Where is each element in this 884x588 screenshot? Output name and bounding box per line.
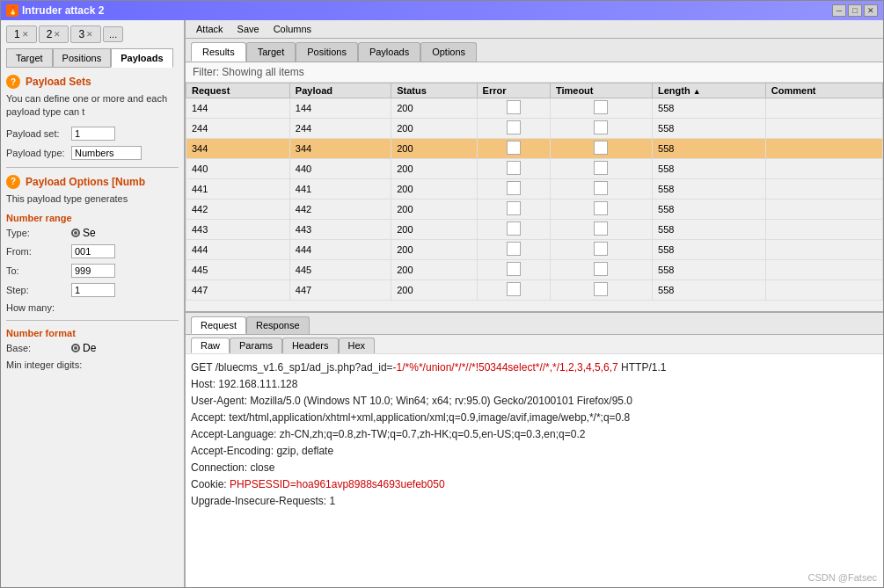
checkbox-timeout-row-9[interactable] xyxy=(594,282,608,296)
checkbox-error-row-8[interactable] xyxy=(507,262,521,276)
base-radio-dot[interactable] xyxy=(71,344,80,352)
cell-timeout-row-4[interactable] xyxy=(550,179,652,200)
close-tab-2-icon[interactable]: ✕ xyxy=(54,30,61,39)
checkbox-error-row-2[interactable] xyxy=(507,141,521,155)
col-length[interactable]: Length ▲ xyxy=(653,83,766,98)
payload-set-input[interactable] xyxy=(71,127,115,141)
minimize-button[interactable]: ─ xyxy=(832,4,846,17)
cell-error-row-5[interactable] xyxy=(477,200,550,220)
cell-timeout-row-7[interactable] xyxy=(550,240,652,260)
cell-error-row-2[interactable] xyxy=(477,139,550,159)
maximize-button[interactable]: □ xyxy=(848,4,862,17)
tab-results[interactable]: Results xyxy=(191,42,246,62)
menu-save[interactable]: Save xyxy=(230,22,267,36)
format-hex[interactable]: Hex xyxy=(339,338,376,353)
payload-options-help-icon[interactable]: ? xyxy=(6,175,20,189)
col-status[interactable]: Status xyxy=(391,83,477,98)
table-row[interactable]: 344344200558 xyxy=(186,139,883,159)
cell-timeout-row-9[interactable] xyxy=(550,280,652,301)
cell-0-row-1: 244 xyxy=(186,119,290,139)
cell-timeout-row-6[interactable] xyxy=(550,220,652,240)
table-row[interactable]: 445445200558 xyxy=(186,260,883,280)
checkbox-timeout-row-1[interactable] xyxy=(594,120,608,134)
tab-target-inner[interactable]: Target xyxy=(246,42,296,62)
close-tab-1-icon[interactable]: ✕ xyxy=(22,30,29,39)
checkbox-timeout-row-6[interactable] xyxy=(594,221,608,236)
checkbox-error-row-6[interactable] xyxy=(507,221,521,236)
close-tab-3-icon[interactable]: ✕ xyxy=(86,30,93,39)
tab-payloads-inner[interactable]: Payloads xyxy=(358,42,420,62)
table-row[interactable]: 442442200558 xyxy=(186,200,883,220)
checkbox-error-row-3[interactable] xyxy=(507,161,521,175)
sort-arrow-icon: ▲ xyxy=(693,87,701,96)
col-comment[interactable]: Comment xyxy=(765,83,882,98)
cell-timeout-row-2[interactable] xyxy=(550,139,652,159)
cell-timeout-row-8[interactable] xyxy=(550,260,652,280)
cell-timeout-row-0[interactable] xyxy=(550,98,652,119)
filter-text: Filter: Showing all items xyxy=(193,66,304,78)
table-row[interactable]: 444444200558 xyxy=(186,240,883,260)
instance-tab-1[interactable]: 1 ✕ xyxy=(6,25,37,43)
checkbox-error-row-7[interactable] xyxy=(507,242,521,256)
close-button[interactable]: ✕ xyxy=(864,4,878,17)
checkbox-timeout-row-2[interactable] xyxy=(594,141,608,155)
cell-error-row-6[interactable] xyxy=(477,220,550,240)
checkbox-error-row-1[interactable] xyxy=(507,120,521,134)
more-tabs-button[interactable]: ... xyxy=(103,26,123,42)
type-radio-dot[interactable] xyxy=(71,229,80,237)
cell-timeout-row-5[interactable] xyxy=(550,200,652,220)
cell-error-row-0[interactable] xyxy=(477,98,550,119)
cell-timeout-row-3[interactable] xyxy=(550,159,652,179)
checkbox-timeout-row-8[interactable] xyxy=(594,262,608,276)
tab-positions-inner[interactable]: Positions xyxy=(296,42,358,62)
to-input[interactable] xyxy=(71,264,115,278)
checkbox-timeout-row-4[interactable] xyxy=(594,181,608,195)
checkbox-error-row-4[interactable] xyxy=(507,181,521,195)
instance-tab-3[interactable]: 3 ✕ xyxy=(70,25,101,43)
col-timeout[interactable]: Timeout xyxy=(550,83,652,98)
col-error[interactable]: Error xyxy=(477,83,550,98)
payload-sets-help-icon[interactable]: ? xyxy=(6,75,20,89)
table-row[interactable]: 443443200558 xyxy=(186,220,883,240)
tab-options-inner[interactable]: Options xyxy=(420,42,477,62)
cell-error-row-1[interactable] xyxy=(477,119,550,139)
cell-error-row-3[interactable] xyxy=(477,159,550,179)
cell-length-row-2: 558 xyxy=(653,139,766,159)
type-label: Type: xyxy=(6,228,68,238)
cell-error-row-7[interactable] xyxy=(477,240,550,260)
table-row[interactable]: 144144200558 xyxy=(186,98,883,119)
format-params[interactable]: Params xyxy=(230,338,282,353)
tab-positions[interactable]: Positions xyxy=(53,48,112,68)
menu-attack[interactable]: Attack xyxy=(189,22,230,36)
instance-tab-2[interactable]: 2 ✕ xyxy=(39,25,69,43)
checkbox-timeout-row-7[interactable] xyxy=(594,242,608,256)
checkbox-timeout-row-3[interactable] xyxy=(594,161,608,175)
col-payload[interactable]: Payload xyxy=(289,83,391,98)
checkbox-timeout-row-0[interactable] xyxy=(594,100,608,114)
checkbox-timeout-row-5[interactable] xyxy=(594,201,608,215)
from-input[interactable] xyxy=(71,244,115,258)
cell-error-row-8[interactable] xyxy=(477,260,550,280)
tab-target[interactable]: Target xyxy=(6,48,53,68)
checkbox-error-row-5[interactable] xyxy=(507,201,521,215)
tab-response[interactable]: Response xyxy=(246,316,310,334)
table-row[interactable]: 441441200558 xyxy=(186,179,883,200)
tab-payloads[interactable]: Payloads xyxy=(111,48,172,68)
cell-error-row-4[interactable] xyxy=(477,179,550,200)
cell-error-row-9[interactable] xyxy=(477,280,550,301)
checkbox-error-row-9[interactable] xyxy=(507,282,521,296)
menu-columns[interactable]: Columns xyxy=(267,22,318,36)
payload-type-input[interactable] xyxy=(71,146,142,160)
col-request[interactable]: Request xyxy=(186,83,290,98)
format-headers[interactable]: Headers xyxy=(282,338,339,353)
table-row[interactable]: 440440200558 xyxy=(186,159,883,179)
step-input[interactable] xyxy=(71,283,115,297)
cell-timeout-row-1[interactable] xyxy=(550,119,652,139)
checkbox-error-row-0[interactable] xyxy=(507,100,521,114)
base-radio[interactable]: De xyxy=(71,342,96,354)
tab-request[interactable]: Request xyxy=(191,316,246,334)
table-row[interactable]: 447447200558 xyxy=(186,280,883,301)
type-radio[interactable]: Se xyxy=(71,227,96,239)
format-raw[interactable]: Raw xyxy=(191,338,230,353)
table-row[interactable]: 244244200558 xyxy=(186,119,883,139)
